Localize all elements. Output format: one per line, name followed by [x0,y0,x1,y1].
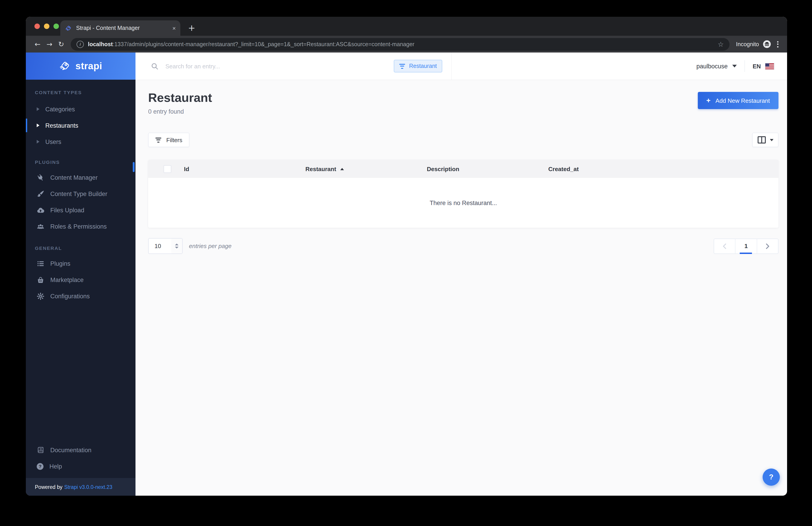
left-menu: strapi CONTENT TYPES Categories Restaura… [26,52,135,496]
add-button-label: Add New Restaurant [715,97,770,104]
sidebar-item-categories[interactable]: Categories [26,101,135,117]
plug-icon [37,174,44,181]
strapi-favicon [65,25,72,31]
url-host: localhost [88,41,113,47]
close-window-button[interactable] [34,24,40,29]
search-icon [151,62,159,70]
incognito-badge: Incognito [734,40,774,48]
header-divider [744,60,745,72]
entries-table: Id Restaurant Description Created_at The… [148,160,779,228]
table-header-row: Id Restaurant Description Created_at [148,160,779,178]
column-header-restaurant[interactable]: Restaurant [299,165,420,172]
browser-window: Strapi - Content Manager × + ← → ↻ i loc… [26,17,787,496]
tab-close-icon[interactable]: × [172,25,176,31]
stepper-down-icon [175,247,178,249]
sidebar-item-content-type-builder[interactable]: Content Type Builder [26,185,135,202]
page-title: Restaurant [148,91,212,105]
collection-filter-chip[interactable]: Restaurant [394,60,442,72]
zoom-window-button[interactable] [54,24,59,29]
basket-icon [37,276,44,284]
stepper-up-icon [175,243,178,245]
reload-icon[interactable]: ↻ [55,40,67,48]
list-icon [37,260,44,267]
user-name: paulbocuse [696,63,728,70]
users-icon [37,223,44,230]
forward-icon[interactable]: → [44,40,55,48]
sidebar-item-users[interactable]: Users [26,134,135,150]
powered-by-text: Powered by [35,484,62,490]
prev-page-button[interactable] [714,239,735,253]
user-menu[interactable]: paulbocuse [696,63,737,70]
header-right: paulbocuse EN [696,60,787,72]
pagination: 1 [714,238,779,254]
sidebar-item-plugins[interactable]: Plugins [26,255,135,272]
new-tab-button[interactable]: + [188,24,195,32]
filters-row: Filters [148,133,779,147]
bookmark-star-icon[interactable]: ☆ [718,40,724,48]
entries-per-page-select[interactable]: 10 [148,238,183,254]
language-switcher[interactable]: EN [753,63,774,70]
us-flag-icon [765,63,774,70]
strapi-version-link[interactable]: Strapi v3.0.0-next.23 [64,484,112,490]
next-page-button[interactable] [756,239,778,253]
add-new-restaurant-button[interactable]: + Add New Restaurant [698,92,779,109]
url-bar[interactable]: i localhost:1337/admin/plugins/content-m… [71,38,730,50]
search-input[interactable] [164,62,388,70]
column-header-id[interactable]: Id [177,165,299,172]
strapi-logo-text: strapi [75,61,102,72]
entries-per-page-label: entries per page [189,243,232,250]
browser-tab-bar: Strapi - Content Manager × + [26,17,787,36]
cloud-upload-icon [37,206,44,214]
sidebar-item-content-manager[interactable]: Content Manager [26,169,135,185]
incognito-icon [763,40,771,48]
chevron-right-icon [766,243,769,249]
title-block: Restaurant 0 entry found [148,91,212,115]
site-info-icon[interactable]: i [76,41,84,48]
macos-traffic-lights [34,24,59,29]
empty-message: There is no Restaurant... [430,199,497,206]
search-zone: Restaurant [135,52,452,80]
title-row: Restaurant 0 entry found + Add New Resta… [148,91,779,115]
sidebar-item-documentation[interactable]: Documentation [26,442,135,458]
back-icon[interactable]: ← [32,40,44,48]
strapi-logo[interactable]: strapi [26,52,135,80]
language-code: EN [753,63,761,70]
sidebar-item-roles-permissions[interactable]: Roles & Permissions [26,218,135,235]
page-1-button[interactable]: 1 [735,239,757,253]
strapi-admin: strapi CONTENT TYPES Categories Restaura… [26,52,787,496]
sidebar-item-configurations[interactable]: Configurations [26,288,135,304]
filter-chip-label: Restaurant [409,63,437,69]
column-header-created-at[interactable]: Created_at [541,165,779,172]
sort-asc-icon [340,168,344,170]
filters-button[interactable]: Filters [148,133,190,147]
help-fab-button[interactable]: ? [763,468,780,486]
gear-icon [37,292,44,300]
browser-menu-icon[interactable] [774,41,781,47]
sidebar-footer-links: Documentation ? Help [26,442,135,478]
book-icon [37,446,44,454]
main-area: Restaurant paulbocuse EN [135,52,787,496]
sidebar-item-files-upload[interactable]: Files Upload [26,202,135,218]
help-icon: ? [37,463,44,470]
section-label-plugins: PLUGINS [26,159,135,165]
select-all-checkbox[interactable] [163,165,171,173]
current-page-number: 1 [744,243,748,250]
sidebar-nav: CONTENT TYPES Categories Restaurants [26,80,135,478]
powered-by-footer: Powered by Strapi v3.0.0-next.23 [26,478,135,496]
sidebar-item-marketplace[interactable]: Marketplace [26,272,135,288]
column-settings-button[interactable] [752,133,779,147]
sidebar-item-help[interactable]: ? Help [26,458,135,475]
chevron-left-icon [723,243,726,249]
url-text: localhost:1337/admin/plugins/content-man… [88,41,415,47]
column-header-description[interactable]: Description [420,165,541,172]
sidebar-item-restaurants[interactable]: Restaurants [26,117,135,134]
stepper-icons[interactable] [171,239,182,254]
browser-tab[interactable]: Strapi - Content Manager × [60,20,180,36]
paintbrush-icon [37,190,44,198]
browser-toolbar: ← → ↻ i localhost:1337/admin/plugins/con… [26,36,787,52]
question-icon: ? [769,473,773,481]
desktop: Strapi - Content Manager × + ← → ↻ i loc… [0,0,812,526]
columns-icon [757,136,766,144]
minimize-window-button[interactable] [44,24,49,29]
table-empty-state: There is no Restaurant... [148,178,779,228]
